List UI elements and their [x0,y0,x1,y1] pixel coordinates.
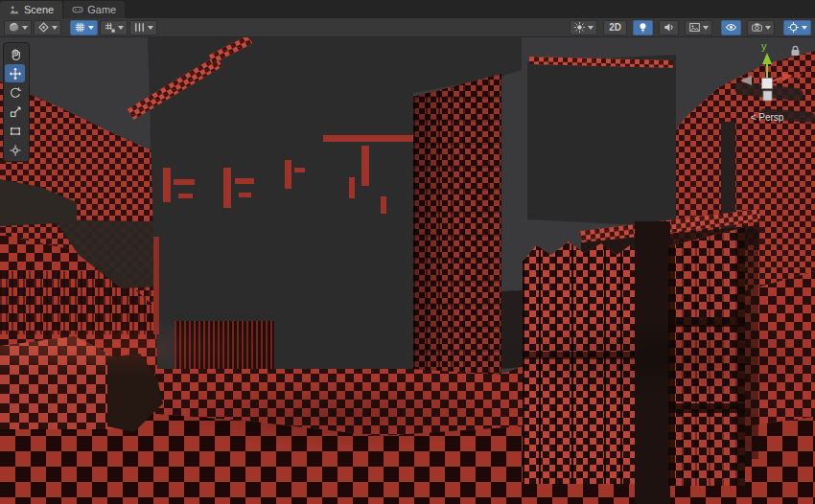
tab-scene-label: Scene [24,4,54,15]
grid-visibility-button[interactable] [70,20,98,35]
dropdown-caret [148,26,153,30]
cubemap-icon [37,21,50,34]
scene-view-options-button[interactable] [34,20,61,35]
axis-neg-x-cone[interactable] [740,76,752,85]
camera-icon [751,21,763,34]
scale-icon [9,105,22,119]
scene-building-marking [235,178,254,184]
tab-game[interactable]: Game [63,1,125,18]
effects-toggle-button[interactable] [685,20,712,35]
axis-x-label: x [797,71,803,81]
rect-icon [9,125,22,138]
grid-icon [74,21,86,34]
axis-y-cone[interactable] [762,53,772,64]
move-tool-button[interactable] [5,64,25,82]
gizmos-toggle-button[interactable] [783,20,811,35]
scene-terrain-highlight [0,320,268,378]
axis-x-line [772,78,781,81]
scene-terrain-shade [479,315,815,401]
tab-bar: Scene Game [0,0,815,18]
scene-building-marking [163,168,171,202]
axis-neg-y-handle[interactable] [763,91,772,101]
transform-tool-button[interactable] [5,141,25,159]
gizmo-center-cube[interactable] [762,79,773,89]
game-icon [72,4,83,15]
scene-gate-rail [668,403,745,413]
scene-building-marking [349,177,355,198]
snap-increment-button[interactable] [129,20,157,35]
scene-building-marking [239,193,251,197]
crosshair-icon [787,21,800,34]
scene-building-marking [381,196,386,214]
scene-building-marking [285,160,291,189]
lighting-mode-button[interactable] [570,20,597,35]
dropdown-caret [52,26,58,30]
scene-building-beam-horizontal [323,135,415,142]
rotate-icon [9,86,22,100]
draw-mode-button[interactable] [4,20,32,35]
camera-settings-button[interactable] [747,20,775,35]
shaded-sphere-icon [8,21,20,34]
scene-icon [9,4,20,15]
scene-visibility-button[interactable] [721,20,741,35]
projection-label: Persp [758,112,783,123]
scene-building-marking [174,179,195,185]
scene-building-marking [223,168,231,208]
dropdown-caret [22,26,28,30]
scene-viewport[interactable]: y x < Persp [0,37,815,504]
dropdown-caret [765,26,771,30]
rect-tool-button[interactable] [5,122,25,140]
lock-icon[interactable] [790,45,801,57]
axis-y-label: y [761,41,767,52]
snap-grid-button[interactable] [100,20,128,35]
sun-icon [573,21,586,34]
tool-strip-overlay [3,42,30,162]
projection-arrow: < [751,112,757,123]
dropdown-caret [588,26,594,30]
effects-icon [688,21,701,34]
dropdown-caret [118,26,124,30]
transform-icon [9,144,22,157]
axis-x-cone[interactable] [781,72,793,81]
dropdown-caret [802,26,807,30]
tab-scene[interactable]: Scene [0,1,62,18]
rotate-tool-button[interactable] [5,83,25,102]
bulb-icon [637,21,649,34]
scene-structure-right [527,55,676,227]
view-tool-button[interactable] [5,45,25,63]
speaker-icon [663,21,675,34]
dropdown-caret [703,26,709,30]
snap-grid-icon [104,21,116,34]
eye-icon [725,21,737,34]
move-icon [9,67,22,80]
scale-tool-button[interactable] [5,103,25,121]
scene-lighting-button[interactable] [633,20,653,35]
hand-icon [9,48,22,61]
scene-building-marking [178,194,193,198]
audio-toggle-button[interactable] [659,20,679,35]
scene-toolbar: 2D [0,18,815,37]
unity-editor-window: Scene Game [0,0,815,504]
dropdown-caret [88,26,94,30]
tab-game-label: Game [87,4,116,15]
projection-toggle[interactable]: < Persp [723,112,811,123]
toggle-2d-button[interactable]: 2D [603,20,627,35]
scene-building-marking [361,146,369,186]
snap-bars-icon [133,21,146,34]
scene-building-marking [294,168,305,172]
toggle-2d-label: 2D [607,22,623,33]
